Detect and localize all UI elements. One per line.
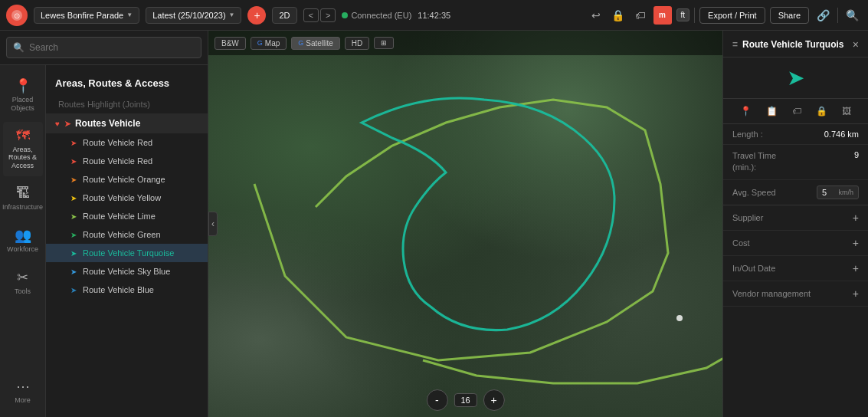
panel-title: = Route Vehicle Turquois bbox=[732, 39, 843, 50]
svg-text:⊙: ⊙ bbox=[14, 11, 20, 20]
sidebar-item-tools[interactable]: ✂ Tools bbox=[3, 263, 43, 302]
main-layout: 🔍 📍 Placed Objects 🗺 Areas, Routes & Acc… bbox=[0, 31, 868, 417]
share-button[interactable]: Share bbox=[770, 7, 809, 24]
panel-length-row: Length : 0.746 km bbox=[723, 124, 868, 145]
heart-icon: ♥ bbox=[55, 120, 60, 128]
panel-travel-time-row: Travel Time (min.): 9 bbox=[723, 145, 868, 180]
search-input[interactable] bbox=[29, 42, 195, 53]
sidebar-icons: 📍 Placed Objects 🗺 Areas, Routes & Acces… bbox=[0, 65, 46, 417]
list-item-route-green[interactable]: ➤ Route Vehicle Green bbox=[46, 225, 208, 244]
panel-avg-speed-row: Avg. Speed 5 km/h bbox=[723, 180, 868, 205]
sidebar-item-workforce[interactable]: 👥 Workforce bbox=[3, 221, 43, 260]
map-google-map-button[interactable]: G Map bbox=[251, 37, 287, 50]
panel-image-button[interactable]: 🖼 bbox=[840, 103, 853, 119]
tools-icon: ✂ bbox=[17, 269, 28, 286]
placed-objects-icon: 📍 bbox=[15, 77, 31, 94]
panel-close-button[interactable]: × bbox=[853, 38, 859, 51]
panel-header: = Route Vehicle Turquois × bbox=[723, 31, 868, 57]
sidebar-item-areas-routes[interactable]: 🗺 Areas, Routes & Access bbox=[3, 122, 43, 176]
zoom-in-button[interactable]: + bbox=[483, 389, 505, 411]
link-button[interactable]: 🔗 bbox=[814, 8, 833, 23]
date-dropdown[interactable]: Latest (25/10/2023) ▼ bbox=[146, 7, 241, 24]
list-item-route-red-1[interactable]: ➤ Route Vehicle Red bbox=[46, 133, 208, 152]
map-bw-button[interactable]: B&W bbox=[215, 37, 246, 50]
tag-button[interactable]: 🏷 bbox=[632, 8, 649, 23]
list-item-route-blue[interactable]: ➤ Route Vehicle Blue bbox=[46, 281, 208, 299]
sidebar-item-placed-objects[interactable]: 📍 Placed Objects bbox=[3, 71, 43, 119]
collapse-panel-button[interactable]: ‹ bbox=[208, 212, 218, 236]
map-zoom-controls: - 16 + bbox=[426, 389, 504, 411]
panel-tag-button[interactable]: 🏷 bbox=[790, 103, 804, 119]
map-extra-button[interactable]: ⊞ bbox=[374, 37, 394, 49]
add-button[interactable]: + bbox=[247, 6, 266, 25]
panel-copy-button[interactable]: 📋 bbox=[764, 103, 780, 119]
list-item-route-yellow[interactable]: ➤ Route Vehicle Yellow bbox=[46, 189, 208, 207]
logo-button[interactable]: ⊙ bbox=[6, 5, 28, 26]
list-item-route-sky[interactable]: ➤ Route Vehicle Sky Blue bbox=[46, 262, 208, 281]
supplier-expand-icon: + bbox=[853, 212, 859, 224]
nav-arrows: < > bbox=[303, 8, 336, 22]
nav-left-button[interactable]: < bbox=[303, 8, 319, 22]
panel-vendor-section[interactable]: Vendor management + bbox=[723, 281, 868, 307]
connection-status: Connected (EU) bbox=[342, 11, 411, 20]
list-item-routes-vehicle-header[interactable]: ♥ ➤ Routes Vehicle bbox=[46, 113, 208, 133]
divider bbox=[694, 8, 695, 23]
list-item-route-red-2[interactable]: ➤ Route Vehicle Red bbox=[46, 152, 208, 170]
map-routes-overlay bbox=[208, 31, 722, 417]
panel-cost-section[interactable]: Cost + bbox=[723, 231, 868, 256]
areas-routes-icon: 🗺 bbox=[16, 128, 30, 144]
panel-supplier-section[interactable]: Supplier + bbox=[723, 205, 868, 231]
status-dot bbox=[342, 12, 348, 18]
more-icon: ⋯ bbox=[16, 378, 30, 395]
cost-expand-icon: + bbox=[853, 237, 859, 249]
export-print-button[interactable]: Export / Print bbox=[699, 7, 765, 24]
unit-ft-button[interactable]: ft bbox=[676, 8, 690, 21]
panel-icon-actions: 📍 📋 🏷 🔒 🖼 bbox=[723, 99, 868, 124]
panel-lock-button[interactable]: 🔒 bbox=[814, 103, 830, 119]
inout-expand-icon: + bbox=[853, 262, 859, 274]
sidebar-item-more[interactable]: ⋯ More bbox=[3, 372, 43, 411]
search-icon: 🔍 bbox=[13, 42, 25, 53]
map-background: B&W G Map G Satellite HD ⊞ ‹ - bbox=[208, 31, 722, 417]
top-bar: ⊙ Lewes Bonfire Parade ▼ Latest (25/10/2… bbox=[0, 0, 868, 31]
nav-right-button[interactable]: > bbox=[320, 8, 336, 22]
map-top-bar: B&W G Map G Satellite HD ⊞ bbox=[208, 31, 722, 55]
vendor-expand-icon: + bbox=[853, 287, 859, 300]
list-item-route-orange[interactable]: ➤ Route Vehicle Orange bbox=[46, 170, 208, 189]
zoom-out-button[interactable]: - bbox=[426, 389, 447, 411]
list-item-route-turquoise[interactable]: ➤ Route Vehicle Turquoise bbox=[46, 244, 208, 262]
list-item-routes-highlight[interactable]: Routes Highlight (Joints) bbox=[46, 95, 208, 113]
top-bar-right: ↩ 🔒 🏷 m ft Export / Print Share 🔗 🔍 bbox=[588, 6, 863, 25]
sidebar-item-infrastructure[interactable]: 🏗 Infrastructure bbox=[3, 179, 43, 218]
zoom-level-display: 16 bbox=[454, 393, 477, 407]
view-2d-button[interactable]: 2D bbox=[272, 7, 296, 24]
infrastructure-icon: 🏗 bbox=[16, 186, 30, 202]
map-satellite-button[interactable]: G Satellite bbox=[291, 37, 340, 50]
search-input-wrap: 🔍 bbox=[6, 37, 201, 58]
right-panel: = Route Vehicle Turquois × ➤ 📍 📋 🏷 🔒 🖼 L… bbox=[722, 31, 868, 417]
divider2 bbox=[837, 8, 838, 23]
panel-icon-row: ➤ bbox=[723, 57, 868, 99]
list-item-route-lime[interactable]: ➤ Route Vehicle Lime bbox=[46, 207, 208, 225]
workforce-icon: 👥 bbox=[15, 227, 31, 244]
sidebar-content-area: 📍 Placed Objects 🗺 Areas, Routes & Acces… bbox=[0, 65, 208, 417]
panel-inout-date-section[interactable]: In/Out Date + bbox=[723, 256, 868, 281]
search-button[interactable]: 🔍 bbox=[843, 8, 862, 23]
panel-title-icon: = bbox=[732, 39, 738, 50]
avg-speed-input[interactable]: 5 km/h bbox=[817, 186, 859, 199]
left-sidebar: 🔍 📍 Placed Objects 🗺 Areas, Routes & Acc… bbox=[0, 31, 208, 417]
sidebar-list: Areas, Routes & Access Routes Highlight … bbox=[46, 65, 208, 417]
undo-button[interactable]: ↩ bbox=[588, 8, 604, 23]
map-hd-button[interactable]: HD bbox=[345, 37, 369, 50]
project-dropdown[interactable]: Lewes Bonfire Parade ▼ bbox=[34, 7, 139, 24]
lock-button[interactable]: 🔒 bbox=[608, 8, 627, 23]
user-avatar[interactable]: m bbox=[653, 6, 672, 25]
route-type-icon: ➤ bbox=[787, 65, 804, 90]
map-area[interactable]: B&W G Map G Satellite HD ⊞ ‹ - bbox=[208, 31, 722, 417]
search-bar: 🔍 bbox=[0, 31, 208, 65]
panel-location-button[interactable]: 📍 bbox=[738, 103, 754, 119]
svg-point-2 bbox=[676, 315, 683, 321]
section-title: Areas, Routes & Access bbox=[46, 71, 208, 95]
time-display: 11:42:35 bbox=[418, 11, 450, 20]
